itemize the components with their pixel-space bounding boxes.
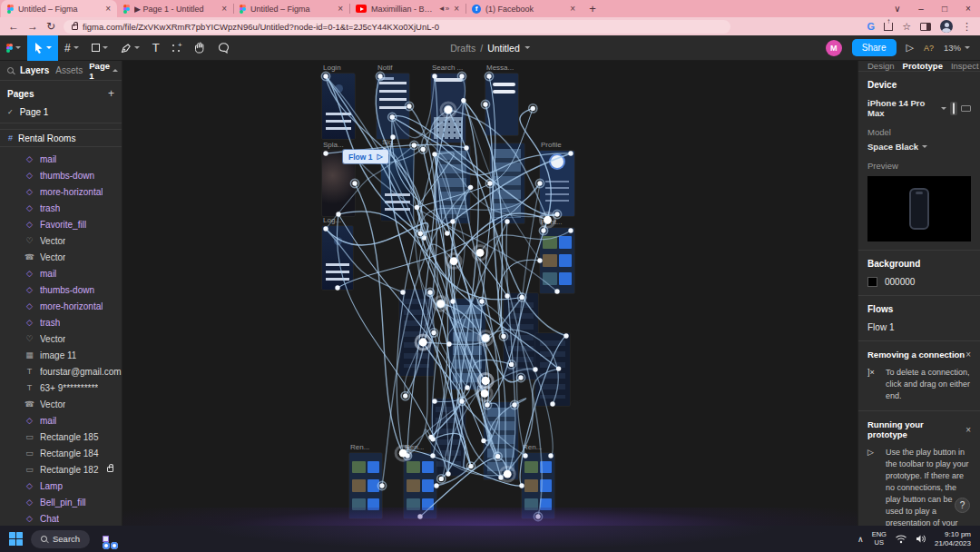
frame-label[interactable]: Login	[323, 64, 341, 72]
tab-assets[interactable]: Assets	[55, 65, 83, 75]
page-selector[interactable]: Page 1	[89, 61, 118, 81]
new-tab-button[interactable]: +	[582, 0, 603, 17]
layer-item[interactable]: ◇Lamp	[0, 478, 122, 494]
text-tool-button[interactable]: T	[146, 35, 166, 61]
canvas-frame[interactable]	[436, 145, 470, 223]
layer-item[interactable]: ☎Vector	[0, 249, 122, 265]
root-frame-item[interactable]: # Rental Rooms	[0, 129, 122, 147]
layer-item[interactable]: ▭Rectangle 184	[0, 445, 122, 461]
file-title[interactable]: Untitled	[487, 43, 520, 54]
figma-main-menu[interactable]	[0, 35, 27, 61]
layer-item[interactable]: ◇trash	[0, 200, 122, 216]
canvas-frame[interactable]	[535, 333, 570, 406]
layer-item[interactable]: ▭Rectangle 185	[0, 429, 122, 445]
hand-tool-button[interactable]	[188, 35, 211, 61]
tip-close-icon[interactable]: ×	[965, 425, 971, 435]
start-button[interactable]	[9, 532, 23, 546]
browser-tab[interactable]: Maximillian - Beautiful Scars◄»×	[349, 0, 466, 17]
tray-expand-icon[interactable]: ∧	[858, 535, 864, 544]
device-select[interactable]: iPhone 14 Pro Max	[867, 98, 937, 118]
frame-label[interactable]: Sig...	[382, 138, 398, 146]
breadcrumb-drafts[interactable]: Drafts	[450, 43, 475, 54]
layer-item[interactable]: ♡Vector	[0, 330, 122, 347]
tab-close-icon[interactable]: ×	[105, 4, 111, 14]
tab-close-icon[interactable]: ×	[221, 4, 227, 14]
layer-item[interactable]: ◇trash	[0, 314, 122, 330]
tab-close-icon[interactable]: ×	[338, 4, 343, 14]
layer-item[interactable]: ◇mail	[0, 151, 122, 167]
tab-layers[interactable]: Layers	[20, 65, 49, 75]
model-select[interactable]: Space Black	[867, 142, 918, 152]
canvas-frame[interactable]: Rent...	[540, 228, 574, 293]
back-button[interactable]: ←	[8, 21, 19, 32]
layer-item[interactable]: ◇Chat	[0, 510, 122, 526]
present-play-button[interactable]: ▷	[906, 42, 914, 54]
layer-item[interactable]: ◇Bell_pin_fill	[0, 494, 122, 510]
reload-button[interactable]: ↻	[46, 21, 55, 32]
layer-item[interactable]: ▦image 11	[0, 347, 122, 363]
tab-audio-icon[interactable]: ◄»	[438, 5, 449, 13]
share-icon[interactable]	[884, 23, 893, 31]
dev-mode-hint[interactable]: A?	[924, 44, 934, 53]
canvas-frame[interactable]	[449, 299, 485, 389]
layer-item[interactable]: ☎Vector	[0, 396, 122, 412]
taskbar-search[interactable]: Search	[31, 530, 90, 548]
browser-tab[interactable]: f(1) Facebook×	[466, 0, 582, 17]
canvas-frame[interactable]: Notif	[377, 74, 409, 139]
layer-item[interactable]: ◇more-horizontal	[0, 183, 122, 200]
canvas-frame[interactable]: Messa...	[485, 74, 518, 135]
layer-item[interactable]: ◇mail	[0, 265, 122, 281]
layer-item[interactable]: ▭Rectangle 182	[0, 461, 122, 478]
language-indicator[interactable]: ENGUS	[872, 531, 887, 547]
comment-tool-button[interactable]	[211, 35, 236, 61]
tab-close-icon[interactable]: ×	[454, 4, 459, 14]
minimize-button[interactable]: –	[909, 4, 933, 14]
tab-inspect[interactable]: Inspect	[951, 61, 979, 71]
wifi-icon[interactable]	[895, 534, 907, 544]
pen-tool-button[interactable]	[114, 35, 146, 61]
flow-item[interactable]: Flow 1	[867, 322, 894, 332]
canvas-frame[interactable]: Ren...	[404, 453, 436, 518]
browser-tab[interactable]: Untitled – Figma×	[233, 0, 349, 17]
canvas-frame[interactable]	[504, 293, 538, 380]
profile-avatar[interactable]	[940, 20, 953, 33]
resources-tool-button[interactable]	[166, 35, 188, 61]
canvas[interactable]: LoginNotifSearch ...Messa...Spla...Sig..…	[122, 61, 858, 526]
layer-item[interactable]: ◇more-horizontal	[0, 298, 122, 314]
canvas-frame[interactable]: Profile	[540, 151, 574, 216]
frame-label[interactable]: Messa...	[486, 64, 514, 72]
page-item-page1[interactable]: ✓ Page 1	[7, 107, 114, 117]
share-button[interactable]: Share	[852, 39, 897, 56]
canvas-frame[interactable]: Log...	[322, 226, 353, 290]
shape-tool-button[interactable]	[85, 35, 114, 61]
orientation-landscape-icon[interactable]	[961, 105, 971, 112]
volume-icon[interactable]	[916, 534, 926, 544]
browser-tab[interactable]: Untitled – Figma×	[1, 0, 117, 17]
flow-play-icon[interactable]: ▷	[377, 153, 382, 161]
breadcrumb[interactable]: Drafts / Untitled	[450, 43, 530, 54]
canvas-frame[interactable]	[399, 290, 434, 376]
orientation-portrait-icon[interactable]	[950, 102, 957, 115]
frame-tool-button[interactable]: #	[58, 35, 85, 61]
browser-more-icon[interactable]: ∨	[886, 4, 909, 14]
frame-label[interactable]: Ren...	[350, 443, 369, 451]
close-button[interactable]: ×	[956, 4, 980, 14]
user-avatar[interactable]: M	[826, 40, 842, 56]
move-tool-button[interactable]	[27, 35, 58, 61]
add-page-button[interactable]: +	[108, 87, 114, 100]
frame-label[interactable]: Spla...	[323, 141, 344, 149]
taskbar-clock[interactable]: 9:10 pm21/04/2023	[935, 530, 971, 548]
background-color-swatch[interactable]	[867, 277, 877, 287]
browser-menu-icon[interactable]: ⋮	[962, 21, 972, 33]
canvas-frame[interactable]: Ren...	[349, 453, 382, 518]
frame-label[interactable]: Notif	[377, 64, 392, 72]
flow-start-badge[interactable]: Flow 1 ▷	[343, 150, 388, 163]
side-panel-icon[interactable]	[920, 23, 931, 31]
layer-item[interactable]: ◇Favorite_fill	[0, 216, 122, 232]
zoom-control[interactable]: 13%	[944, 43, 970, 53]
canvas-frame[interactable]: Login	[322, 74, 355, 139]
layer-item[interactable]: ◇thumbs-down	[0, 167, 122, 183]
layer-item[interactable]: ◇thumbs-down	[0, 281, 122, 298]
lock-icon[interactable]	[107, 467, 113, 472]
canvas-frame[interactable]	[484, 402, 518, 479]
